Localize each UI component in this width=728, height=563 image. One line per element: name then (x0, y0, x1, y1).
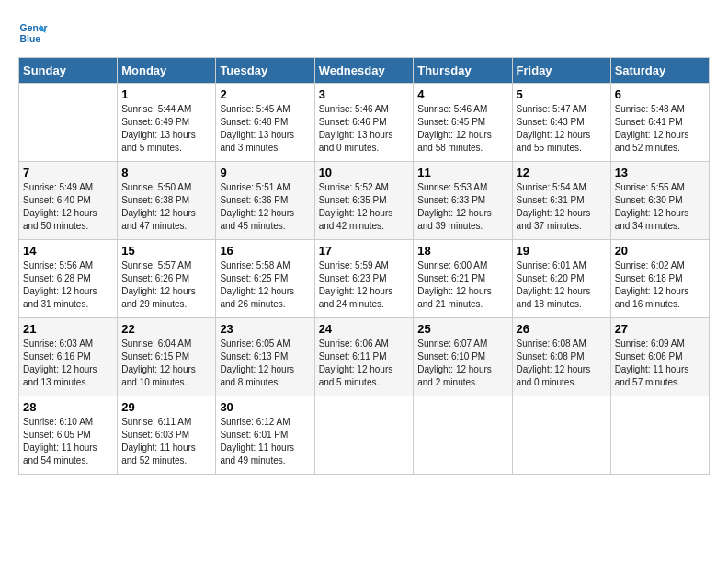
calendar-week-3: 14Sunrise: 5:56 AMSunset: 6:28 PMDayligh… (19, 240, 710, 318)
day-info: Sunrise: 6:04 AMSunset: 6:15 PMDaylight:… (121, 338, 211, 389)
svg-text:Blue: Blue (20, 34, 41, 44)
calendar-cell: 7Sunrise: 5:49 AMSunset: 6:40 PMDaylight… (19, 162, 118, 240)
calendar-cell (610, 396, 709, 475)
calendar-cell (414, 396, 512, 475)
day-info: Sunrise: 5:44 AMSunset: 6:49 PMDaylight:… (121, 103, 211, 155)
logo-icon: General Blue (18, 18, 48, 48)
day-info: Sunrise: 5:46 AMSunset: 6:46 PMDaylight:… (319, 103, 410, 155)
day-number: 8 (121, 166, 211, 179)
col-header-sunday: Sunday (19, 58, 118, 84)
day-number: 1 (121, 87, 211, 101)
col-header-thursday: Thursday (414, 58, 512, 84)
logo: General Blue (18, 18, 51, 48)
calendar-cell: 14Sunrise: 5:56 AMSunset: 6:28 PMDayligh… (19, 240, 118, 318)
day-number: 4 (417, 87, 507, 101)
day-number: 2 (220, 87, 310, 101)
calendar-cell: 30Sunrise: 6:12 AMSunset: 6:01 PMDayligh… (216, 396, 314, 475)
day-number: 21 (23, 322, 113, 336)
day-number: 13 (615, 166, 705, 179)
calendar-cell: 2Sunrise: 5:45 AMSunset: 6:48 PMDaylight… (216, 84, 314, 162)
calendar-week-5: 28Sunrise: 6:10 AMSunset: 6:05 PMDayligh… (19, 396, 710, 475)
calendar-cell: 9Sunrise: 5:51 AMSunset: 6:36 PMDaylight… (216, 162, 314, 240)
calendar-cell: 3Sunrise: 5:46 AMSunset: 6:46 PMDaylight… (314, 84, 414, 162)
day-number: 9 (220, 166, 310, 179)
day-info: Sunrise: 6:00 AMSunset: 6:21 PMDaylight:… (417, 259, 507, 311)
day-info: Sunrise: 5:58 AMSunset: 6:25 PMDaylight:… (220, 259, 310, 311)
day-info: Sunrise: 6:05 AMSunset: 6:13 PMDaylight:… (220, 338, 310, 389)
day-number: 10 (319, 166, 410, 179)
calendar-cell: 6Sunrise: 5:48 AMSunset: 6:41 PMDaylight… (610, 84, 709, 162)
day-info: Sunrise: 5:47 AMSunset: 6:43 PMDaylight:… (517, 103, 607, 155)
calendar-cell: 5Sunrise: 5:47 AMSunset: 6:43 PMDaylight… (512, 84, 610, 162)
day-info: Sunrise: 5:45 AMSunset: 6:48 PMDaylight:… (220, 103, 310, 155)
day-number: 5 (517, 87, 607, 101)
calendar-cell: 1Sunrise: 5:44 AMSunset: 6:49 PMDaylight… (118, 84, 216, 162)
calendar-cell: 20Sunrise: 6:02 AMSunset: 6:18 PMDayligh… (610, 240, 709, 318)
calendar-cell: 28Sunrise: 6:10 AMSunset: 6:05 PMDayligh… (19, 396, 118, 475)
calendar-cell: 26Sunrise: 6:08 AMSunset: 6:08 PMDayligh… (512, 318, 610, 396)
col-header-friday: Friday (512, 58, 610, 84)
day-number: 16 (220, 244, 310, 258)
day-info: Sunrise: 5:46 AMSunset: 6:45 PMDaylight:… (417, 103, 507, 155)
calendar-table: SundayMondayTuesdayWednesdayThursdayFrid… (18, 57, 710, 475)
day-number: 24 (319, 322, 410, 336)
calendar-header-row: SundayMondayTuesdayWednesdayThursdayFrid… (19, 58, 710, 84)
day-number: 26 (517, 322, 607, 336)
day-number: 6 (615, 87, 705, 101)
day-info: Sunrise: 6:09 AMSunset: 6:06 PMDaylight:… (615, 338, 705, 389)
day-info: Sunrise: 5:54 AMSunset: 6:31 PMDaylight:… (517, 181, 607, 233)
calendar-cell: 27Sunrise: 6:09 AMSunset: 6:06 PMDayligh… (610, 318, 709, 396)
day-number: 19 (517, 244, 607, 258)
col-header-saturday: Saturday (610, 58, 709, 84)
day-number: 30 (220, 400, 310, 414)
day-number: 25 (417, 322, 507, 336)
calendar-week-1: 1Sunrise: 5:44 AMSunset: 6:49 PMDaylight… (19, 84, 710, 162)
day-info: Sunrise: 6:07 AMSunset: 6:10 PMDaylight:… (417, 338, 507, 389)
day-info: Sunrise: 5:48 AMSunset: 6:41 PMDaylight:… (615, 103, 705, 155)
col-header-wednesday: Wednesday (314, 58, 414, 84)
day-number: 23 (220, 322, 310, 336)
col-header-monday: Monday (118, 58, 216, 84)
day-info: Sunrise: 5:52 AMSunset: 6:35 PMDaylight:… (319, 181, 410, 233)
calendar-cell: 21Sunrise: 6:03 AMSunset: 6:16 PMDayligh… (19, 318, 118, 396)
calendar-cell: 8Sunrise: 5:50 AMSunset: 6:38 PMDaylight… (118, 162, 216, 240)
svg-text:General: General (20, 23, 48, 33)
calendar-cell: 16Sunrise: 5:58 AMSunset: 6:25 PMDayligh… (216, 240, 314, 318)
day-number: 17 (319, 244, 410, 258)
calendar-cell: 11Sunrise: 5:53 AMSunset: 6:33 PMDayligh… (414, 162, 512, 240)
day-info: Sunrise: 6:06 AMSunset: 6:11 PMDaylight:… (319, 338, 410, 389)
calendar-cell: 24Sunrise: 6:06 AMSunset: 6:11 PMDayligh… (314, 318, 414, 396)
day-info: Sunrise: 6:08 AMSunset: 6:08 PMDaylight:… (517, 338, 607, 389)
calendar-cell: 22Sunrise: 6:04 AMSunset: 6:15 PMDayligh… (118, 318, 216, 396)
day-info: Sunrise: 5:59 AMSunset: 6:23 PMDaylight:… (319, 259, 410, 311)
calendar-week-2: 7Sunrise: 5:49 AMSunset: 6:40 PMDaylight… (19, 162, 710, 240)
day-number: 18 (417, 244, 507, 258)
day-number: 29 (121, 400, 211, 414)
day-info: Sunrise: 5:49 AMSunset: 6:40 PMDaylight:… (23, 181, 113, 233)
day-info: Sunrise: 5:50 AMSunset: 6:38 PMDaylight:… (121, 181, 211, 233)
day-info: Sunrise: 5:55 AMSunset: 6:30 PMDaylight:… (615, 181, 705, 233)
day-number: 20 (615, 244, 705, 258)
day-number: 3 (319, 87, 410, 101)
day-info: Sunrise: 5:51 AMSunset: 6:36 PMDaylight:… (220, 181, 310, 233)
day-number: 11 (417, 166, 507, 179)
calendar-cell: 17Sunrise: 5:59 AMSunset: 6:23 PMDayligh… (314, 240, 414, 318)
day-number: 27 (615, 322, 705, 336)
day-info: Sunrise: 6:03 AMSunset: 6:16 PMDaylight:… (23, 338, 113, 389)
day-info: Sunrise: 6:12 AMSunset: 6:01 PMDaylight:… (220, 416, 310, 467)
calendar-cell: 13Sunrise: 5:55 AMSunset: 6:30 PMDayligh… (610, 162, 709, 240)
calendar-cell: 29Sunrise: 6:11 AMSunset: 6:03 PMDayligh… (118, 396, 216, 475)
day-info: Sunrise: 5:56 AMSunset: 6:28 PMDaylight:… (23, 259, 113, 311)
day-number: 15 (121, 244, 211, 258)
day-number: 12 (517, 166, 607, 179)
calendar-cell: 4Sunrise: 5:46 AMSunset: 6:45 PMDaylight… (414, 84, 512, 162)
calendar-cell: 10Sunrise: 5:52 AMSunset: 6:35 PMDayligh… (314, 162, 414, 240)
page-header: General Blue (18, 18, 710, 48)
calendar-cell (19, 84, 118, 162)
day-info: Sunrise: 6:01 AMSunset: 6:20 PMDaylight:… (517, 259, 607, 311)
calendar-cell (314, 396, 414, 475)
day-number: 14 (23, 244, 113, 258)
calendar-week-4: 21Sunrise: 6:03 AMSunset: 6:16 PMDayligh… (19, 318, 710, 396)
calendar-cell: 23Sunrise: 6:05 AMSunset: 6:13 PMDayligh… (216, 318, 314, 396)
calendar-cell: 19Sunrise: 6:01 AMSunset: 6:20 PMDayligh… (512, 240, 610, 318)
